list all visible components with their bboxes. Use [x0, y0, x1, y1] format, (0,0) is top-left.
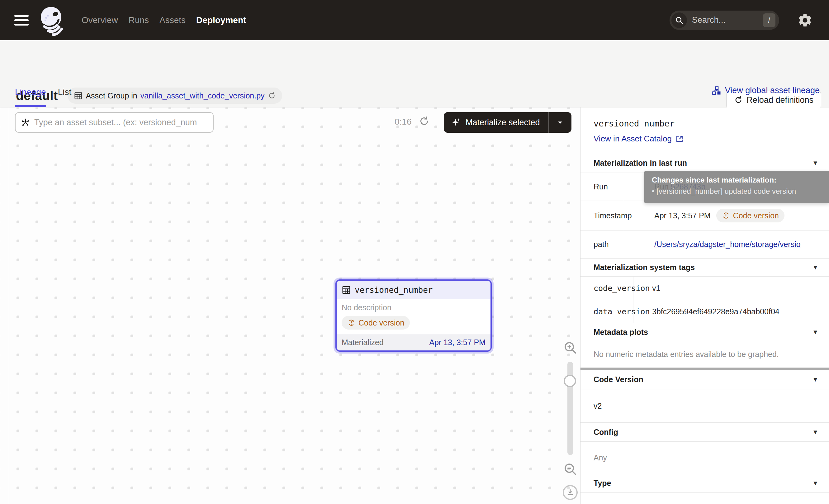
nav-item-assets[interactable]: Assets	[159, 15, 186, 25]
section-materialization-system-tags[interactable]: Materialization system tags ▼	[580, 258, 829, 277]
caret-down-icon: ▼	[812, 264, 819, 271]
caret-down-icon: ▼	[812, 329, 819, 336]
asset-group-file-link[interactable]: vanilla_asset_with_code_version.py	[140, 91, 265, 100]
section-label: Config	[593, 428, 618, 437]
timestamp-text: Apr 13, 3:57 PM	[654, 211, 711, 220]
view-global-asset-lineage-link[interactable]: View global asset lineage	[712, 86, 820, 95]
refresh-timer: 0:16	[395, 117, 412, 127]
section-label: Materialization system tags	[593, 263, 695, 272]
caret-down-icon: ▼	[812, 159, 819, 167]
tabs: Lineage List	[15, 87, 71, 107]
lineage-graph-icon	[712, 86, 721, 95]
graph-subset-icon	[21, 118, 30, 127]
path-link[interactable]: /Users/sryza/dagster_home/storage/versio	[654, 240, 801, 249]
hamburger-menu-icon[interactable]	[14, 15, 29, 26]
section-label: Code Version	[593, 375, 643, 384]
asset-node-versioned-number[interactable]: versioned_number No description Code ver…	[335, 279, 492, 352]
section-code-version[interactable]: Code Version ▼	[580, 370, 829, 389]
asset-group-badge: Asset Group in vanilla_asset_with_code_v…	[68, 87, 282, 104]
code-version-changed-icon	[347, 319, 355, 327]
data-version-tag-label: data_version	[580, 300, 634, 323]
materialized-status-label: Materialized	[341, 338, 384, 347]
code-version-badge-label: Code version	[733, 211, 779, 220]
asset-group-label: Asset Group in	[86, 91, 137, 100]
tab-list[interactable]: List	[58, 87, 72, 107]
section-type[interactable]: Type ▼	[580, 474, 829, 493]
run-word: Run	[654, 182, 669, 191]
path-row: path /Users/sryza/dagster_home/storage/v…	[580, 230, 829, 258]
section-materialization-in-last-run[interactable]: Materialization in last run ▼	[580, 153, 829, 173]
top-nav: Overview Runs Assets Deployment /	[0, 0, 829, 40]
zoom-in-icon[interactable]	[563, 340, 577, 355]
run-row: Run Run 5268743b	[580, 173, 829, 201]
view-global-asset-lineage-label: View global asset lineage	[725, 86, 820, 95]
view-in-asset-catalog-label: View in Asset Catalog	[593, 134, 672, 144]
asset-group-icon	[74, 91, 82, 100]
nav-item-overview[interactable]: Overview	[82, 15, 118, 25]
code-version-value: v2	[580, 389, 829, 423]
code-version-badge: Code version	[716, 209, 785, 222]
code-version-badge: Code version	[341, 316, 410, 330]
nav-item-runs[interactable]: Runs	[129, 15, 149, 25]
code-version-badge-label: Code version	[358, 318, 404, 327]
dagster-logo-icon[interactable]	[37, 5, 67, 36]
zoom-slider[interactable]	[567, 362, 573, 455]
asset-subset-input[interactable]	[34, 118, 207, 128]
view-in-asset-catalog-link[interactable]: View in Asset Catalog	[593, 134, 684, 144]
asset-node-description: No description	[341, 303, 485, 312]
section-metadata-plots[interactable]: Metadata plots ▼	[580, 323, 829, 341]
search-input[interactable]	[692, 15, 748, 25]
materialize-options-dropdown[interactable]	[548, 112, 572, 133]
page-header: default Asset Group in vanilla_asset_wit…	[0, 40, 829, 107]
panel-header: versioned_number View in Asset Catalog	[580, 107, 829, 153]
asset-detail-panel: versioned_number View in Asset Catalog M…	[580, 107, 829, 504]
lineage-canvas[interactable]: 0:16 Materialize selected versioned_numb…	[0, 107, 580, 504]
asset-node-body: No description Code version	[337, 299, 491, 334]
section-label: Type	[593, 479, 611, 488]
global-search[interactable]: /	[670, 10, 779, 30]
download-graph-button[interactable]	[563, 485, 578, 500]
nav-item-deployment[interactable]: Deployment	[196, 15, 246, 25]
timestamp-row: Timestamp Apr 13, 3:57 PM Code version	[580, 201, 829, 230]
asset-node-title: versioned_number	[355, 285, 433, 295]
refresh-icon[interactable]	[268, 92, 276, 100]
nav-links: Overview Runs Assets Deployment	[82, 15, 246, 25]
path-label: path	[580, 230, 624, 258]
sparkle-icon	[451, 117, 461, 128]
code-version-tag-row: code_version v1	[580, 277, 829, 300]
code-version-changed-icon	[722, 212, 730, 220]
timestamp-value: Apr 13, 3:57 PM Code version	[624, 201, 829, 230]
search-shortcut-key: /	[763, 13, 776, 27]
section-label: Metadata plots	[593, 328, 648, 337]
asset-node-footer: Materialized Apr 13, 3:57 PM	[337, 334, 491, 351]
download-icon	[566, 488, 575, 497]
zoom-slider-thumb[interactable]	[564, 375, 576, 387]
data-version-tag-row: data_version 3bfc269594ef649228e9a74bab0…	[580, 300, 829, 323]
zoom-out-icon[interactable]	[563, 462, 577, 476]
chevron-down-icon	[557, 119, 564, 126]
section-label: Materialization in last run	[593, 158, 687, 168]
materialize-selected-label: Materialize selected	[466, 118, 540, 128]
timestamp-label: Timestamp	[580, 201, 624, 230]
external-link-icon	[676, 135, 684, 143]
section-config[interactable]: Config ▼	[580, 423, 829, 442]
asset-node-header: versioned_number	[337, 281, 491, 299]
materialize-selected-button[interactable]: Materialize selected	[444, 112, 572, 133]
tab-lineage[interactable]: Lineage	[15, 87, 46, 107]
metadata-empty-message: No numeric metadata entries available to…	[580, 341, 829, 367]
panel-asset-title: versioned_number	[593, 119, 829, 128]
code-version-tag-value: v1	[634, 277, 829, 300]
run-id-link[interactable]: 5268743b	[671, 182, 706, 191]
materialized-time-link[interactable]: Apr 13, 3:57 PM	[429, 338, 485, 347]
asset-subset-filter[interactable]	[15, 112, 214, 133]
caret-down-icon: ▼	[812, 429, 819, 436]
table-icon	[341, 285, 351, 295]
graph-refresh-icon[interactable]	[419, 115, 430, 127]
config-value: Any	[580, 442, 829, 474]
code-version-tag-label: code_version	[580, 277, 634, 300]
data-version-tag-value: 3bfc269594ef649228e9a74bab00f04	[634, 300, 829, 323]
run-label: Run	[580, 173, 624, 201]
reload-icon	[734, 96, 743, 104]
zoom-controls	[561, 340, 580, 500]
gear-icon[interactable]	[797, 12, 813, 28]
